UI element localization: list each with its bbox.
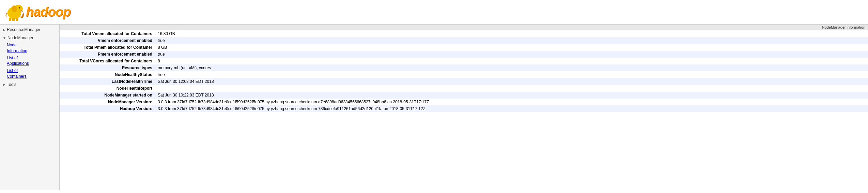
row-value: Sat Jun 30 10:22:03 EDT 2018 [155, 92, 868, 99]
row-value: 16.80 GB [155, 30, 868, 37]
row-value: Sat Jun 30 12:08:04 EDT 2018 [155, 78, 868, 85]
row-label: LastNodeHealthTime [60, 78, 155, 85]
svg-point-2 [12, 5, 17, 12]
tools-label: Tools [7, 82, 16, 87]
table-row: Pmem enforcement enabledtrue [60, 51, 868, 58]
row-value: 8 GB [155, 44, 868, 51]
hadoop-logo: hadoop [4, 3, 71, 21]
row-label: Total Vmem allocated for Containers [60, 30, 155, 37]
sidebar: ResourceManager NodeManager Node Informa… [0, 25, 60, 190]
table-row: NodeManager Version:3.0.3 from 37fd7d752… [60, 99, 868, 105]
row-value: memory-mb (unit=Mi), vcores [155, 64, 868, 71]
nodemanager-label: NodeManager [7, 35, 33, 40]
row-label: Total VCores allocated for Containers [60, 58, 155, 64]
header: hadoop [0, 0, 868, 25]
table-row: Hadoop Version:3.0.3 from 37fd7d752db73d… [60, 105, 868, 112]
table-row: Total Pmem allocated for Container8 GB [60, 44, 868, 51]
row-value: true [155, 51, 868, 58]
layout: ResourceManager NodeManager Node Informa… [0, 25, 868, 190]
table-row: NodeHealthyStatustrue [60, 71, 868, 78]
row-value [155, 85, 868, 92]
row-value: 3.0.3 from 37fd7d752db73d984dc31e0cdfd59… [155, 105, 868, 112]
svg-rect-6 [16, 18, 18, 21]
row-label: Pmem enforcement enabled [60, 51, 155, 58]
row-label: NodeManager started on [60, 92, 155, 99]
sidebar-item-resourcemanager[interactable]: ResourceManager [0, 26, 59, 33]
hadoop-logo-text: hadoop [26, 5, 71, 19]
sidebar-section-tools: Tools [0, 81, 59, 88]
resourcemanager-label: ResourceManager [7, 27, 41, 32]
row-label: NodeHealthReport [60, 85, 155, 92]
table-row: NodeManager started onSat Jun 30 10:22:0… [60, 92, 868, 99]
row-value: 3.0.3 from 37fd7d752db73d984dc31e0cdfd59… [155, 99, 868, 105]
row-label: Hadoop Version: [60, 105, 155, 112]
sidebar-item-tools[interactable]: Tools [0, 81, 59, 88]
sidebar-section-resourcemanager: ResourceManager [0, 26, 59, 33]
sidebar-link-list-of-applications[interactable]: List of Applications [0, 55, 59, 68]
sidebar-section-nodemanager: NodeManager Node Information List of App… [0, 34, 59, 80]
table-row: NodeHealthReport [60, 85, 868, 92]
table-row: Resource typesmemory-mb (unit=Mi), vcore… [60, 64, 868, 71]
nodemanager-arrow-icon [3, 36, 6, 40]
row-label: NodeHealthyStatus [60, 71, 155, 78]
svg-rect-4 [9, 18, 11, 21]
row-value: 8 [155, 58, 868, 64]
table-row: LastNodeHealthTimeSat Jun 30 12:08:04 ED… [60, 78, 868, 85]
sidebar-item-nodemanager[interactable]: NodeManager [0, 34, 59, 42]
table-row: Vmem enforcement enabledtrue [60, 37, 868, 44]
sidebar-link-node-information[interactable]: Node Information [0, 42, 59, 55]
row-label: NodeManager Version: [60, 99, 155, 105]
info-table: Total Vmem allocated for Containers16.80… [60, 30, 868, 112]
main-content: NodeManager information Total Vmem alloc… [60, 25, 868, 190]
table-row: Total VCores allocated for Containers8 [60, 58, 868, 64]
sidebar-link-list-of-containers[interactable]: List of Containers [0, 67, 59, 80]
tools-arrow-icon [3, 83, 5, 86]
table-row: Total Vmem allocated for Containers16.80… [60, 30, 868, 37]
section-title: NodeManager information [822, 25, 865, 29]
row-label: Total Pmem allocated for Container [60, 44, 155, 51]
row-value: true [155, 71, 868, 78]
resourcemanager-arrow-icon [3, 28, 5, 32]
svg-rect-5 [12, 18, 15, 21]
row-value: true [155, 37, 868, 44]
svg-point-3 [19, 7, 20, 9]
section-title-bar: NodeManager information [60, 25, 868, 30]
hadoop-elephant-icon [4, 3, 25, 21]
row-label: Vmem enforcement enabled [60, 37, 155, 44]
row-label: Resource types [60, 64, 155, 71]
